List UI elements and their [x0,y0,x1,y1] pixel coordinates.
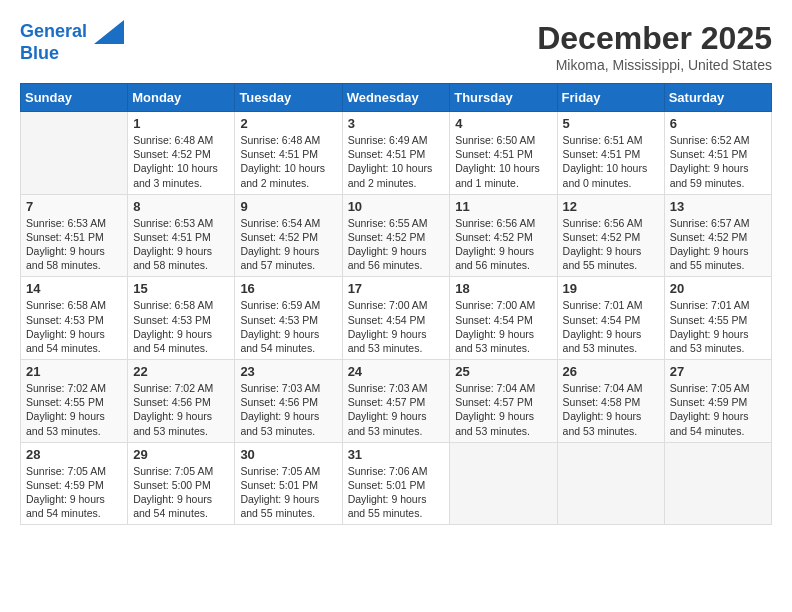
day-info: Sunrise: 6:53 AMSunset: 4:51 PMDaylight:… [26,216,122,273]
weekday-header-friday: Friday [557,84,664,112]
day-info: Sunrise: 6:58 AMSunset: 4:53 PMDaylight:… [133,298,229,355]
day-number: 20 [670,281,766,296]
day-info: Sunrise: 7:00 AMSunset: 4:54 PMDaylight:… [455,298,551,355]
day-info: Sunrise: 6:48 AMSunset: 4:51 PMDaylight:… [240,133,336,190]
calendar-cell [21,112,128,195]
page-header: General Blue December 2025 Mikoma, Missi… [20,20,772,73]
day-info: Sunrise: 7:05 AMSunset: 5:00 PMDaylight:… [133,464,229,521]
day-number: 19 [563,281,659,296]
logo: General Blue [20,20,124,64]
month-title: December 2025 [537,20,772,57]
day-number: 22 [133,364,229,379]
calendar-cell: 8Sunrise: 6:53 AMSunset: 4:51 PMDaylight… [128,194,235,277]
calendar-cell: 10Sunrise: 6:55 AMSunset: 4:52 PMDayligh… [342,194,450,277]
calendar-cell: 22Sunrise: 7:02 AMSunset: 4:56 PMDayligh… [128,360,235,443]
calendar-cell: 9Sunrise: 6:54 AMSunset: 4:52 PMDaylight… [235,194,342,277]
location: Mikoma, Mississippi, United States [537,57,772,73]
calendar-cell: 17Sunrise: 7:00 AMSunset: 4:54 PMDayligh… [342,277,450,360]
calendar-week-4: 21Sunrise: 7:02 AMSunset: 4:55 PMDayligh… [21,360,772,443]
day-info: Sunrise: 7:02 AMSunset: 4:56 PMDaylight:… [133,381,229,438]
day-info: Sunrise: 6:56 AMSunset: 4:52 PMDaylight:… [563,216,659,273]
calendar-cell: 11Sunrise: 6:56 AMSunset: 4:52 PMDayligh… [450,194,557,277]
day-number: 17 [348,281,445,296]
calendar-cell: 20Sunrise: 7:01 AMSunset: 4:55 PMDayligh… [664,277,771,360]
day-number: 9 [240,199,336,214]
day-number: 15 [133,281,229,296]
day-info: Sunrise: 6:49 AMSunset: 4:51 PMDaylight:… [348,133,445,190]
day-number: 5 [563,116,659,131]
calendar-cell: 3Sunrise: 6:49 AMSunset: 4:51 PMDaylight… [342,112,450,195]
weekday-header-monday: Monday [128,84,235,112]
day-number: 28 [26,447,122,462]
day-info: Sunrise: 6:58 AMSunset: 4:53 PMDaylight:… [26,298,122,355]
calendar-cell [664,442,771,525]
day-number: 18 [455,281,551,296]
calendar-cell: 26Sunrise: 7:04 AMSunset: 4:58 PMDayligh… [557,360,664,443]
day-number: 13 [670,199,766,214]
day-info: Sunrise: 7:04 AMSunset: 4:57 PMDaylight:… [455,381,551,438]
day-info: Sunrise: 6:51 AMSunset: 4:51 PMDaylight:… [563,133,659,190]
calendar-body: 1Sunrise: 6:48 AMSunset: 4:52 PMDaylight… [21,112,772,525]
calendar-cell: 31Sunrise: 7:06 AMSunset: 5:01 PMDayligh… [342,442,450,525]
calendar-cell: 25Sunrise: 7:04 AMSunset: 4:57 PMDayligh… [450,360,557,443]
day-number: 4 [455,116,551,131]
calendar-cell: 1Sunrise: 6:48 AMSunset: 4:52 PMDaylight… [128,112,235,195]
calendar-cell: 4Sunrise: 6:50 AMSunset: 4:51 PMDaylight… [450,112,557,195]
calendar-cell: 29Sunrise: 7:05 AMSunset: 5:00 PMDayligh… [128,442,235,525]
calendar-cell: 14Sunrise: 6:58 AMSunset: 4:53 PMDayligh… [21,277,128,360]
calendar-week-5: 28Sunrise: 7:05 AMSunset: 4:59 PMDayligh… [21,442,772,525]
day-number: 7 [26,199,122,214]
calendar-cell: 12Sunrise: 6:56 AMSunset: 4:52 PMDayligh… [557,194,664,277]
calendar-cell: 15Sunrise: 6:58 AMSunset: 4:53 PMDayligh… [128,277,235,360]
day-number: 25 [455,364,551,379]
day-number: 16 [240,281,336,296]
calendar-cell: 19Sunrise: 7:01 AMSunset: 4:54 PMDayligh… [557,277,664,360]
calendar-cell: 30Sunrise: 7:05 AMSunset: 5:01 PMDayligh… [235,442,342,525]
day-info: Sunrise: 7:03 AMSunset: 4:56 PMDaylight:… [240,381,336,438]
day-info: Sunrise: 6:56 AMSunset: 4:52 PMDaylight:… [455,216,551,273]
day-info: Sunrise: 6:53 AMSunset: 4:51 PMDaylight:… [133,216,229,273]
calendar-cell: 7Sunrise: 6:53 AMSunset: 4:51 PMDaylight… [21,194,128,277]
weekday-header-sunday: Sunday [21,84,128,112]
day-number: 12 [563,199,659,214]
day-number: 30 [240,447,336,462]
day-info: Sunrise: 6:57 AMSunset: 4:52 PMDaylight:… [670,216,766,273]
day-number: 23 [240,364,336,379]
calendar-cell: 2Sunrise: 6:48 AMSunset: 4:51 PMDaylight… [235,112,342,195]
day-info: Sunrise: 7:02 AMSunset: 4:55 PMDaylight:… [26,381,122,438]
day-number: 14 [26,281,122,296]
day-number: 24 [348,364,445,379]
day-number: 31 [348,447,445,462]
day-info: Sunrise: 6:59 AMSunset: 4:53 PMDaylight:… [240,298,336,355]
day-info: Sunrise: 7:00 AMSunset: 4:54 PMDaylight:… [348,298,445,355]
calendar-cell: 6Sunrise: 6:52 AMSunset: 4:51 PMDaylight… [664,112,771,195]
day-number: 26 [563,364,659,379]
calendar-week-2: 7Sunrise: 6:53 AMSunset: 4:51 PMDaylight… [21,194,772,277]
calendar-header-row: SundayMondayTuesdayWednesdayThursdayFrid… [21,84,772,112]
day-info: Sunrise: 6:55 AMSunset: 4:52 PMDaylight:… [348,216,445,273]
day-number: 11 [455,199,551,214]
day-number: 10 [348,199,445,214]
calendar-cell: 24Sunrise: 7:03 AMSunset: 4:57 PMDayligh… [342,360,450,443]
day-number: 1 [133,116,229,131]
calendar-cell: 13Sunrise: 6:57 AMSunset: 4:52 PMDayligh… [664,194,771,277]
calendar-cell: 28Sunrise: 7:05 AMSunset: 4:59 PMDayligh… [21,442,128,525]
weekday-header-saturday: Saturday [664,84,771,112]
day-info: Sunrise: 7:05 AMSunset: 4:59 PMDaylight:… [26,464,122,521]
weekday-header-wednesday: Wednesday [342,84,450,112]
weekday-header-thursday: Thursday [450,84,557,112]
calendar-week-1: 1Sunrise: 6:48 AMSunset: 4:52 PMDaylight… [21,112,772,195]
weekday-header-tuesday: Tuesday [235,84,342,112]
calendar-cell [557,442,664,525]
day-info: Sunrise: 6:54 AMSunset: 4:52 PMDaylight:… [240,216,336,273]
day-info: Sunrise: 7:01 AMSunset: 4:54 PMDaylight:… [563,298,659,355]
day-info: Sunrise: 6:50 AMSunset: 4:51 PMDaylight:… [455,133,551,190]
day-number: 29 [133,447,229,462]
calendar-cell: 23Sunrise: 7:03 AMSunset: 4:56 PMDayligh… [235,360,342,443]
day-number: 8 [133,199,229,214]
title-block: December 2025 Mikoma, Mississippi, Unite… [537,20,772,73]
day-info: Sunrise: 7:06 AMSunset: 5:01 PMDaylight:… [348,464,445,521]
calendar-cell: 27Sunrise: 7:05 AMSunset: 4:59 PMDayligh… [664,360,771,443]
day-info: Sunrise: 7:01 AMSunset: 4:55 PMDaylight:… [670,298,766,355]
svg-marker-0 [94,20,124,44]
